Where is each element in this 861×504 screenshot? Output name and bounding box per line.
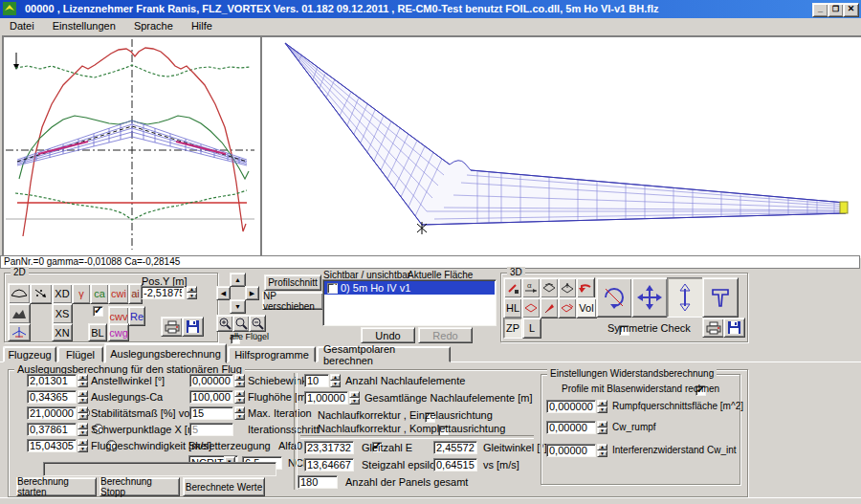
nachlauf-count-spinner[interactable]: ▲▼ xyxy=(330,374,341,387)
vol-button[interactable]: Vol xyxy=(576,297,597,318)
xn-button[interactable]: XN xyxy=(52,323,73,341)
rotate-panel-button[interactable] xyxy=(540,277,559,298)
anstellwinkel-spinner[interactable]: ▲▼ xyxy=(77,374,88,387)
xs-button[interactable]: XS xyxy=(52,303,73,324)
tab-hilfsprogramme[interactable]: Hilfsprogramme xyxy=(228,346,316,362)
auslegungs-ca-field[interactable] xyxy=(27,390,77,404)
right-arrow-icon: ▶ xyxy=(250,290,254,297)
pan-down-button[interactable]: ▼ xyxy=(230,299,246,314)
zp-button[interactable]: ZP xyxy=(503,318,522,339)
ca-button[interactable]: ca xyxy=(90,283,109,304)
cw-rumpf-spinner[interactable]: ▲▼ xyxy=(597,421,607,434)
svg-text:α: α xyxy=(527,281,532,290)
menu-hilfe[interactable]: Hilfe xyxy=(184,18,220,33)
zoom-view-button[interactable] xyxy=(667,277,703,318)
save-2d-button[interactable] xyxy=(182,317,204,337)
vs-field[interactable] xyxy=(433,458,477,471)
rumpf-flaeche-spinner[interactable]: ▲▼ xyxy=(597,400,607,413)
cw-int-spinner[interactable]: ▲▼ xyxy=(597,444,607,457)
gleitwinkel-field[interactable] xyxy=(433,441,477,454)
minimize-button[interactable]: _ xyxy=(812,3,828,17)
area-view-button[interactable] xyxy=(8,303,31,324)
menu-sprache[interactable]: Sprache xyxy=(126,18,181,33)
pan-right-button[interactable]: ▶ xyxy=(245,286,259,300)
pan-up-button[interactable]: ▲ xyxy=(230,273,246,287)
front-view-plot[interactable] xyxy=(2,35,262,258)
airfoil-view-button[interactable] xyxy=(8,283,31,304)
rumpf-flaeche-field[interactable] xyxy=(546,400,596,413)
rotate-view-button[interactable] xyxy=(596,277,632,318)
bl-button[interactable]: BL xyxy=(88,323,107,341)
stabilitaetsmass-spinner[interactable]: ▲▼ xyxy=(77,406,88,420)
menu-einstellungen[interactable]: Einstellungen xyxy=(45,18,123,33)
hl-button[interactable]: HL xyxy=(503,297,522,318)
tab-auslegungsberechnung[interactable]: Auslegungsberechnung xyxy=(104,343,227,363)
tab-gesamtpolaren[interactable]: Gesamtpolaren berechnen xyxy=(317,346,451,362)
menu-datei[interactable]: Datei xyxy=(2,18,42,33)
nachlauf-len-field[interactable] xyxy=(304,391,348,405)
list-item-selected[interactable]: 0) 5m Ho IV v1 xyxy=(324,281,495,295)
print-2d-button[interactable] xyxy=(161,317,183,337)
close-button[interactable]: ✕ xyxy=(843,3,859,17)
cw-rumpf-field[interactable] xyxy=(546,421,596,434)
undo-3d-button[interactable] xyxy=(576,277,595,298)
pan-left-button[interactable]: ◀ xyxy=(216,286,231,300)
gleitzahl-field[interactable] xyxy=(304,441,354,454)
schwerpunktlage-spinner[interactable]: ▲▼ xyxy=(77,423,88,436)
flip-panel-button[interactable] xyxy=(558,277,577,298)
panels-field[interactable] xyxy=(298,475,338,489)
l-button[interactable]: L xyxy=(522,318,541,339)
zoom-in-button[interactable] xyxy=(216,315,233,332)
tab-flugzeug[interactable]: Flugzeug xyxy=(3,346,56,362)
stabilitaetsmass-field[interactable] xyxy=(27,406,77,420)
posy-spinner[interactable]: ▲▼ xyxy=(187,286,197,299)
max-iteration-field[interactable] xyxy=(189,406,233,420)
anstellwinkel-field[interactable] xyxy=(27,374,77,387)
wing-view-button[interactable] xyxy=(8,323,31,341)
berechnung-starten-button[interactable]: Berechnung starten xyxy=(16,477,97,496)
polar-view-button[interactable] xyxy=(30,283,53,304)
print-3d-button[interactable] xyxy=(702,318,724,338)
zoom-reset-button[interactable] xyxy=(232,315,250,332)
steigzahl-field[interactable] xyxy=(304,458,354,471)
panel-outline-button[interactable] xyxy=(521,297,541,318)
zoom-out-button[interactable] xyxy=(249,315,266,332)
cw-int-field[interactable] xyxy=(546,444,596,457)
wing-3d-view[interactable] xyxy=(260,35,861,258)
alpha-twist-button[interactable]: α xyxy=(521,277,541,298)
schwerpunktlage-field[interactable] xyxy=(27,423,77,436)
nachlauf-count-field[interactable] xyxy=(304,374,329,387)
flaechen-listbox[interactable]: 0) 5m Ho IV v1 xyxy=(322,279,497,326)
nachlauf-len-spinner[interactable]: ▲▼ xyxy=(349,391,360,405)
save-3d-button[interactable] xyxy=(723,318,745,338)
redo-button[interactable]: Redo xyxy=(418,327,473,343)
tab-fluegel[interactable]: Flügel xyxy=(57,346,103,362)
flughoehe-spinner[interactable]: ▲▼ xyxy=(234,390,245,404)
cwg-button[interactable]: cwg xyxy=(108,323,129,341)
schiebewinkel-spinner[interactable]: ▲▼ xyxy=(234,374,245,387)
berechnete-werte-button[interactable]: Berechnete Werte xyxy=(183,477,265,496)
restore-button[interactable]: ❐ xyxy=(828,3,844,17)
ca-checkbox[interactable] xyxy=(93,306,103,317)
re-button[interactable]: Re xyxy=(128,306,145,326)
cwi-button[interactable]: cwi xyxy=(108,283,129,304)
max-iteration-spinner[interactable]: ▲▼ xyxy=(234,406,245,420)
marker-pen-button[interactable] xyxy=(503,277,522,298)
flughoehe-field[interactable] xyxy=(189,390,233,404)
list-item-checkbox[interactable] xyxy=(327,283,338,294)
fluggeschwindigkeit-field[interactable] xyxy=(27,439,77,452)
schiebewinkel-field[interactable] xyxy=(189,374,233,387)
auslegungs-ca-spinner[interactable]: ▲▼ xyxy=(77,390,88,404)
pan-view-button[interactable] xyxy=(631,277,668,318)
gamma-button[interactable]: γ xyxy=(72,283,91,304)
panel-edit-button[interactable] xyxy=(558,297,577,318)
berechnung-stopp-button[interactable]: Berechnung Stopp xyxy=(99,477,180,496)
np-verschieben-button[interactable]: NP verschieben xyxy=(262,292,323,310)
panel-pen-button[interactable] xyxy=(540,297,559,318)
undo-button[interactable]: Undo xyxy=(361,327,415,343)
fluggeschwindigkeit-spinner[interactable]: ▲▼ xyxy=(77,439,88,452)
posy-field[interactable] xyxy=(141,286,185,299)
profilschnitt-button[interactable]: Profilschnitt xyxy=(264,274,321,291)
xd-button[interactable]: XD xyxy=(52,283,73,304)
rebuild-button[interactable] xyxy=(702,277,739,318)
